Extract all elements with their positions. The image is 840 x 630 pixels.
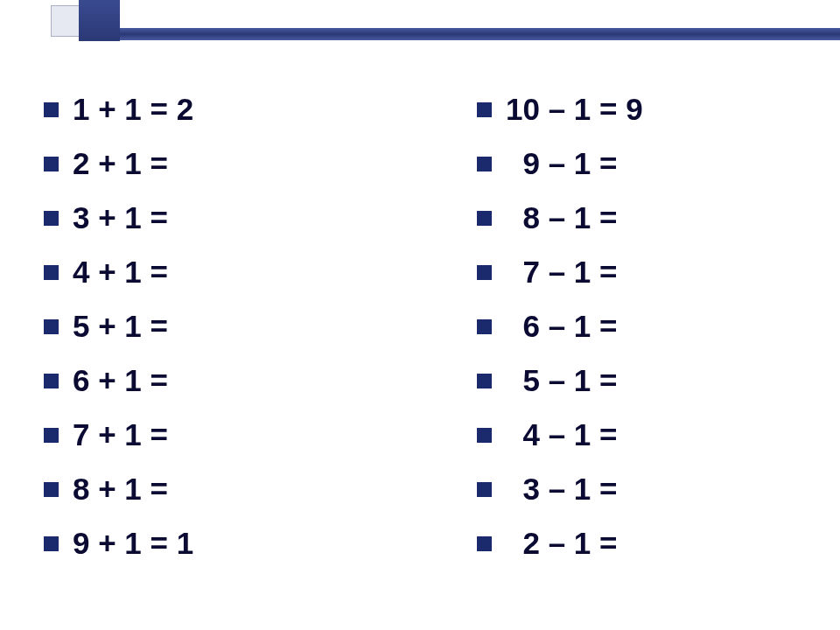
bullet-icon bbox=[44, 157, 59, 172]
equation-text: 6 + 1 = bbox=[73, 363, 177, 398]
equation-text: 9 – 1 = bbox=[506, 146, 626, 181]
bullet-icon bbox=[44, 374, 59, 388]
list-item: 2 – 1 = bbox=[477, 526, 805, 561]
list-item: 8 – 1 = bbox=[477, 200, 805, 235]
list-item: 3 – 1 = bbox=[477, 472, 805, 507]
left-column: 1 + 1 = 2 2 + 1 = 3 + 1 = 4 + 1 = 5 + 1 … bbox=[44, 92, 372, 580]
equation-text: 7 – 1 = bbox=[506, 255, 626, 290]
equation-text: 2 + 1 = bbox=[73, 146, 177, 181]
list-item: 9 – 1 = bbox=[477, 146, 805, 181]
list-item: 2 + 1 = bbox=[44, 146, 372, 181]
list-item: 5 + 1 = bbox=[44, 309, 372, 344]
equation-text: 4 – 1 = bbox=[506, 417, 626, 452]
bullet-icon bbox=[44, 482, 59, 497]
bullet-icon bbox=[44, 319, 59, 334]
bullet-icon bbox=[477, 428, 492, 443]
bullet-icon bbox=[44, 211, 59, 226]
list-item: 6 – 1 = bbox=[477, 309, 805, 344]
equation-text: 9 + 1 = 1 bbox=[73, 526, 193, 561]
bullet-icon bbox=[477, 319, 492, 334]
bullet-icon bbox=[44, 102, 59, 117]
equation-text: 5 + 1 = bbox=[73, 309, 177, 344]
bullet-icon bbox=[477, 157, 492, 172]
bullet-icon bbox=[44, 265, 59, 280]
bullet-icon bbox=[477, 102, 492, 117]
equation-text: 10 – 1 = 9 bbox=[506, 92, 643, 127]
bullet-icon bbox=[44, 536, 59, 551]
header-square-light bbox=[51, 5, 82, 37]
equation-text: 3 – 1 = bbox=[506, 472, 626, 507]
header-decoration bbox=[0, 0, 840, 42]
list-item: 7 + 1 = bbox=[44, 417, 372, 452]
content-area: 1 + 1 = 2 2 + 1 = 3 + 1 = 4 + 1 = 5 + 1 … bbox=[44, 92, 805, 580]
list-item: 9 + 1 = 1 bbox=[44, 526, 372, 561]
bullet-icon bbox=[44, 428, 59, 443]
bullet-icon bbox=[477, 374, 492, 388]
equation-text: 2 – 1 = bbox=[506, 526, 626, 561]
equation-text: 1 + 1 = 2 bbox=[73, 92, 193, 127]
equation-text: 3 + 1 = bbox=[73, 200, 177, 235]
bullet-icon bbox=[477, 265, 492, 280]
equation-text: 4 + 1 = bbox=[73, 255, 177, 290]
list-item: 3 + 1 = bbox=[44, 200, 372, 235]
list-item: 7 – 1 = bbox=[477, 255, 805, 290]
bullet-icon bbox=[477, 211, 492, 226]
list-item: 4 + 1 = bbox=[44, 255, 372, 290]
header-square-dark bbox=[79, 0, 120, 41]
bullet-icon bbox=[477, 482, 492, 497]
equation-text: 5 – 1 = bbox=[506, 363, 626, 398]
equation-text: 6 – 1 = bbox=[506, 309, 626, 344]
list-item: 5 – 1 = bbox=[477, 363, 805, 398]
list-item: 10 – 1 = 9 bbox=[477, 92, 805, 127]
header-line bbox=[120, 28, 840, 40]
equation-text: 7 + 1 = bbox=[73, 417, 177, 452]
equation-text: 8 – 1 = bbox=[506, 200, 626, 235]
list-item: 4 – 1 = bbox=[477, 417, 805, 452]
list-item: 1 + 1 = 2 bbox=[44, 92, 372, 127]
list-item: 8 + 1 = bbox=[44, 472, 372, 507]
right-column: 10 – 1 = 9 9 – 1 = 8 – 1 = 7 – 1 = 6 – 1… bbox=[477, 92, 805, 580]
list-item: 6 + 1 = bbox=[44, 363, 372, 398]
equation-text: 8 + 1 = bbox=[73, 472, 177, 507]
bullet-icon bbox=[477, 536, 492, 551]
